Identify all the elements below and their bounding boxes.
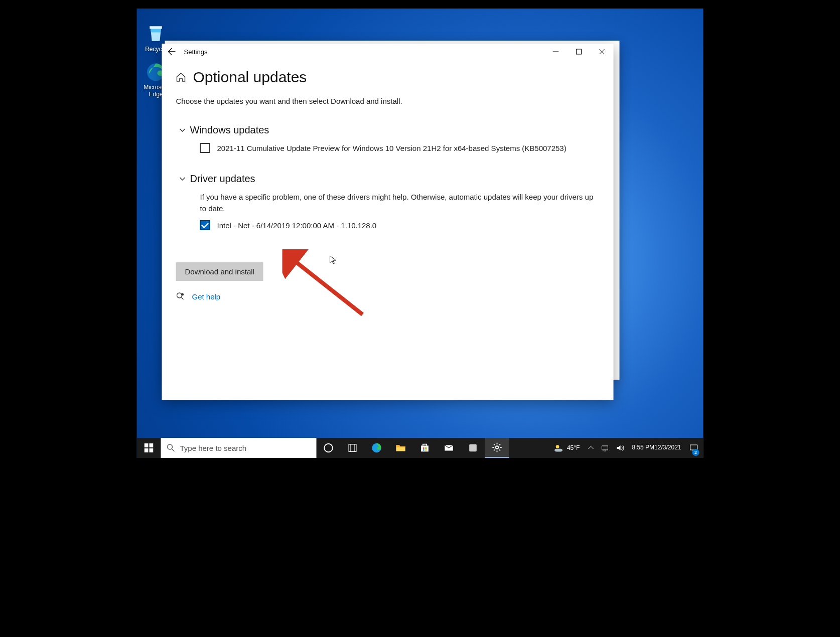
edge-icon xyxy=(371,442,382,453)
page-title: Optional updates xyxy=(193,69,307,86)
notification-icon xyxy=(689,443,698,452)
get-help-link[interactable]: Get help xyxy=(192,292,221,301)
svg-rect-1 xyxy=(577,49,582,54)
clock-time: 8:55 PM xyxy=(632,444,654,451)
weather-temp: 45°F xyxy=(567,444,580,451)
minimize-button[interactable] xyxy=(544,44,568,60)
maximize-button[interactable] xyxy=(568,44,591,60)
weather-widget[interactable]: 45°F xyxy=(549,438,585,458)
task-view-icon xyxy=(323,442,334,453)
svg-rect-14 xyxy=(423,447,425,449)
chevron-down-icon xyxy=(179,127,186,134)
svg-rect-13 xyxy=(421,445,429,451)
taskbar-app-store[interactable] xyxy=(413,438,437,458)
update-label: Intel - Net - 6/14/2019 12:00:00 AM - 1.… xyxy=(217,221,377,230)
film-icon xyxy=(347,442,358,453)
taskbar-app-generic[interactable] xyxy=(341,438,365,458)
settings-window: Settings Optional updates Choose the upd… xyxy=(162,44,614,400)
weather-icon xyxy=(554,443,564,453)
tray-volume[interactable] xyxy=(613,438,627,458)
recycle-bin-icon xyxy=(146,24,167,45)
svg-point-3 xyxy=(181,293,184,296)
window-app-title: Settings xyxy=(182,48,544,56)
svg-rect-23 xyxy=(690,445,697,450)
section-title: Driver updates xyxy=(190,173,255,185)
chevron-up-icon xyxy=(588,445,594,451)
get-help-icon xyxy=(176,292,185,301)
start-button[interactable] xyxy=(137,438,161,458)
minimize-icon xyxy=(553,49,559,55)
taskbar-app-settings[interactable] xyxy=(485,438,509,458)
svg-rect-6 xyxy=(150,443,154,447)
section-note: If you have a specific problem, one of t… xyxy=(200,192,594,214)
close-button[interactable] xyxy=(591,44,614,60)
svg-point-10 xyxy=(324,444,333,452)
svg-rect-22 xyxy=(602,446,608,450)
svg-point-20 xyxy=(496,446,499,449)
home-icon[interactable] xyxy=(176,72,186,82)
app-icon xyxy=(468,442,479,453)
task-view-button[interactable] xyxy=(317,438,341,458)
taskbar-app-explorer[interactable] xyxy=(389,438,413,458)
chevron-down-icon xyxy=(179,176,186,183)
svg-rect-11 xyxy=(349,444,356,452)
titlebar: Settings xyxy=(162,44,614,60)
volume-icon xyxy=(616,444,624,452)
page-instruction: Choose the updates you want and then sel… xyxy=(176,97,594,105)
taskbar-app-edge[interactable] xyxy=(365,438,389,458)
taskbar-app-generic-2[interactable] xyxy=(461,438,485,458)
svg-rect-5 xyxy=(145,443,149,447)
search-placeholder: Type here to search xyxy=(180,444,247,452)
gear-icon xyxy=(492,442,503,453)
checkbox-windows-update-0[interactable] xyxy=(200,143,210,153)
section-toggle-windows-updates[interactable]: Windows updates xyxy=(179,124,594,136)
close-icon xyxy=(599,49,605,55)
section-title: Windows updates xyxy=(190,124,269,136)
update-label: 2021-11 Cumulative Update Preview for Wi… xyxy=(217,144,567,152)
download-and-install-button[interactable]: Download and install xyxy=(176,262,263,281)
svg-point-21 xyxy=(556,445,559,448)
tray-notifications[interactable] xyxy=(686,438,702,458)
section-toggle-driver-updates[interactable]: Driver updates xyxy=(179,173,594,185)
mail-icon xyxy=(444,442,455,453)
svg-rect-15 xyxy=(425,447,427,449)
svg-rect-19 xyxy=(469,444,477,452)
svg-rect-7 xyxy=(145,448,149,452)
svg-point-2 xyxy=(177,293,182,298)
back-button[interactable] xyxy=(162,44,182,60)
clock-date: 12/3/2021 xyxy=(654,444,681,451)
store-icon xyxy=(419,442,431,453)
search-box[interactable]: Type here to search xyxy=(161,438,317,458)
windows-logo-icon xyxy=(145,443,154,452)
taskbar: Type here to search 45°F 8:55 PM 12/3/20… xyxy=(137,438,704,458)
folder-icon xyxy=(395,442,406,453)
svg-rect-16 xyxy=(423,449,425,451)
tray-chevron[interactable] xyxy=(585,438,597,458)
svg-point-9 xyxy=(168,444,173,449)
arrow-left-icon xyxy=(168,48,176,56)
taskbar-app-mail[interactable] xyxy=(437,438,461,458)
tray-network[interactable] xyxy=(598,438,612,458)
tray-clock[interactable]: 8:55 PM 12/3/2021 xyxy=(628,438,685,458)
network-icon xyxy=(601,444,609,452)
checkbox-driver-update-0[interactable] xyxy=(200,220,210,230)
svg-rect-17 xyxy=(425,449,427,451)
search-icon xyxy=(167,444,175,452)
maximize-icon xyxy=(576,49,582,55)
svg-rect-8 xyxy=(150,448,154,452)
